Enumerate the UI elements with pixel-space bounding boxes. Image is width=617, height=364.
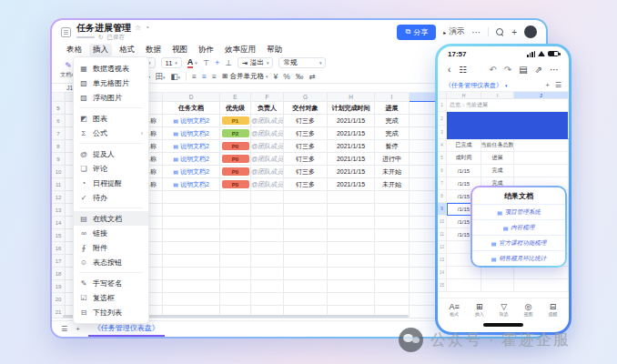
redo-icon[interactable]: ↷	[504, 66, 511, 75]
row-header[interactable]: 16	[52, 242, 66, 255]
borders-button[interactable]: 田▾	[156, 73, 166, 81]
empty-cell[interactable]	[163, 255, 220, 268]
cell-progress[interactable]: 进行中	[375, 153, 410, 166]
empty-cell[interactable]	[284, 268, 328, 280]
menu-item-公式[interactable]: Σ公式›	[74, 126, 148, 140]
row-header[interactable]: 11	[52, 178, 66, 191]
empty-cell[interactable]	[163, 217, 220, 229]
cell-stat-label[interactable]: 当前任务总数	[481, 139, 514, 152]
menu-item-提及人[interactable]: @提及人	[74, 147, 148, 161]
cell-deliver-to[interactable]: 钉三多	[284, 127, 328, 140]
cell-task-doc[interactable]: ▤说明文档2	[163, 166, 220, 178]
corner-cell[interactable]	[438, 92, 447, 99]
empty-cell[interactable]	[284, 293, 328, 306]
empty-cell[interactable]	[284, 191, 328, 204]
toolbar-提醒[interactable]: ⊟提醒	[548, 303, 557, 317]
add-sheet-button[interactable]: +	[76, 325, 80, 333]
cell-priority[interactable]: P0	[220, 140, 251, 153]
pages-icon[interactable]: ▤	[519, 66, 527, 75]
cell-task-doc[interactable]: ▤说明文档2	[163, 140, 220, 153]
cell-task-doc[interactable]: ▤说明文档2	[163, 127, 220, 140]
row-header[interactable]: 5	[438, 152, 447, 165]
menu-item-手写签名[interactable]: ✎手写签名	[74, 276, 148, 290]
empty-cell[interactable]	[284, 217, 328, 229]
menu-item-待办[interactable]: ✓待办	[74, 190, 148, 205]
row-header[interactable]: 9	[52, 153, 66, 166]
decimal-increase-button[interactable]: ⇄	[308, 73, 315, 81]
row-header[interactable]: 20	[52, 293, 66, 306]
empty-cell[interactable]	[284, 242, 328, 255]
doc-link[interactable]: ▤说明文档2	[173, 155, 209, 164]
row-header[interactable]: 14	[52, 217, 66, 229]
cell-priority[interactable]: P0	[220, 166, 251, 178]
header-cell-进展[interactable]: 进展	[375, 102, 410, 115]
empty-cell[interactable]	[375, 204, 410, 217]
row-header[interactable]: 3	[438, 126, 447, 139]
cell-due-date[interactable]: 2021/1/15	[328, 140, 375, 153]
phone-column-header-I[interactable]: I	[481, 92, 514, 99]
empty-cell[interactable]	[284, 229, 328, 242]
empty-cell[interactable]	[220, 217, 251, 229]
add-sheet-button[interactable]: +	[545, 81, 550, 89]
menu-item-复选框[interactable]: ☑复选框	[74, 290, 148, 305]
cell-task-doc[interactable]: ▤说明文档2	[163, 178, 220, 191]
empty-cell[interactable]	[251, 255, 284, 268]
cell-priority[interactable]: P1	[220, 115, 251, 127]
align-bottom-icon[interactable]: ⊥	[225, 59, 231, 67]
menu-item-数据透视表[interactable]: ▦数据透视表	[74, 61, 148, 76]
empty-cell[interactable]	[220, 229, 251, 242]
empty-cell[interactable]	[328, 229, 375, 242]
empty-cell[interactable]	[220, 204, 251, 217]
empty-cell[interactable]	[251, 204, 284, 217]
menu-item-评论[interactable]: ❏评论	[74, 161, 148, 176]
empty-cell[interactable]	[328, 268, 375, 280]
empty-cell[interactable]	[251, 242, 284, 255]
menu-数据[interactable]: 数据	[142, 44, 165, 56]
cell-progress[interactable]: 未开始	[375, 178, 410, 191]
empty-cell[interactable]	[220, 191, 251, 204]
empty-cell[interactable]	[163, 204, 220, 217]
align-center-icon[interactable]: ≡	[202, 73, 207, 81]
header-cell-任务文档[interactable]: 任务文档	[163, 102, 220, 115]
empty-cell[interactable]	[284, 204, 328, 217]
cell-priority[interactable]: P0	[220, 153, 251, 166]
empty-cell[interactable]	[163, 293, 220, 306]
row-header[interactable]: 7	[438, 177, 447, 190]
align-middle-icon[interactable]: +	[215, 59, 219, 67]
empty-cell[interactable]	[251, 280, 284, 293]
toolbar-格式[interactable]: A≡格式	[449, 303, 459, 317]
font-color-button[interactable]: A▾	[187, 58, 197, 68]
cell-deliver-to[interactable]: 钉三多	[284, 153, 328, 166]
cell-due-date[interactable]: /1/15	[447, 165, 481, 177]
empty-cell[interactable]	[481, 267, 514, 279]
row-header[interactable]: 4	[438, 139, 447, 152]
empty-cell[interactable]	[251, 293, 284, 306]
undo-icon[interactable]: ↶	[489, 66, 496, 75]
row-header[interactable]: 9	[438, 203, 447, 216]
phone-sheet-tab[interactable]: 《任务管理仪表盘》	[445, 81, 502, 90]
empty-cell[interactable]	[375, 229, 410, 242]
menu-item-附件[interactable]: ∮附件	[74, 240, 148, 255]
font-size-select[interactable]: 11▾	[161, 57, 182, 68]
more-icon[interactable]: ⋯	[550, 66, 559, 75]
menu-item-单元格图片[interactable]: ▧单元格图片	[74, 76, 148, 90]
row-header[interactable]: 13	[52, 204, 66, 217]
row-header[interactable]: 10	[438, 216, 447, 228]
cell-due-date[interactable]: 2021/1/15	[328, 127, 375, 140]
cell-header-due[interactable]: 成时间	[447, 152, 481, 165]
more-menu-button[interactable]: ···	[471, 27, 480, 37]
empty-cell[interactable]	[163, 242, 220, 255]
cell-progress[interactable]: 完成	[375, 115, 410, 127]
empty-cell[interactable]	[251, 191, 284, 204]
align-top-icon[interactable]: ⊤	[203, 59, 209, 67]
cell-progress[interactable]: 完成	[481, 165, 514, 177]
currency-format-button[interactable]: ¥	[274, 73, 278, 81]
header-cell-计划完成时间[interactable]: 计划完成时间	[328, 102, 375, 115]
row-header[interactable]: 13	[438, 254, 447, 267]
row-header[interactable]: 12	[52, 191, 66, 204]
decimal-decrease-button[interactable]: ‰	[296, 73, 304, 81]
row-header[interactable]: 14	[438, 267, 447, 279]
search-icon[interactable]	[496, 28, 504, 36]
cell-progress[interactable]: 完成	[375, 127, 410, 140]
header-cell-优先级[interactable]: 优先级	[220, 102, 251, 115]
